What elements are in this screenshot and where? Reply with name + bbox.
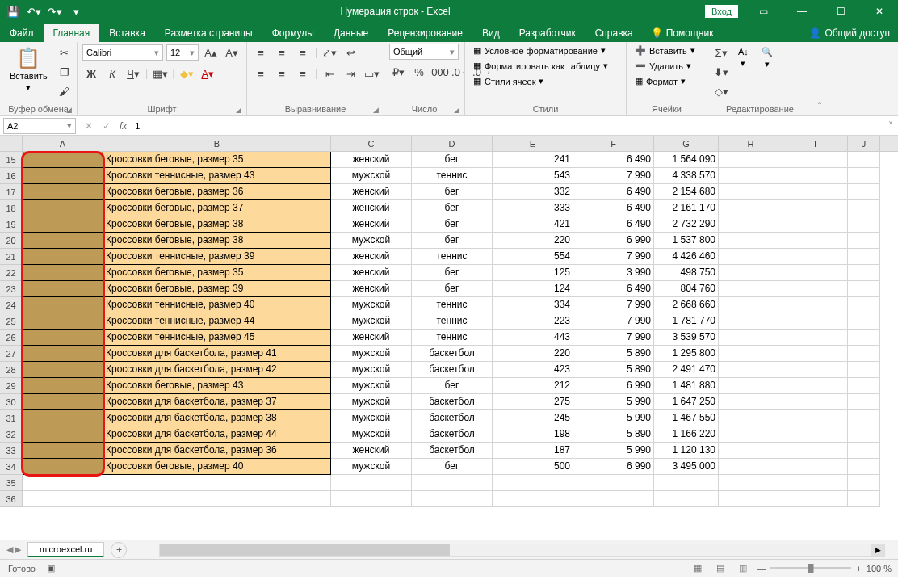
cell[interactable] [719,330,783,346]
cell[interactable]: 125 [493,265,573,281]
cell[interactable] [23,443,103,459]
cell[interactable] [848,346,880,362]
cell[interactable]: 1 537 800 [654,233,719,249]
cell[interactable] [23,313,103,330]
cell[interactable]: 5 990 [573,394,654,410]
cell[interactable]: 5 890 [573,362,654,378]
cell[interactable]: 3 495 000 [654,459,719,475]
cell[interactable] [654,475,719,491]
cell[interactable] [783,362,848,378]
cell[interactable]: 1 781 770 [654,313,719,330]
cell[interactable] [783,313,848,330]
cell[interactable] [719,200,783,216]
maximize-icon[interactable]: ☐ [822,0,859,23]
cell[interactable]: бег [412,281,493,297]
row-header[interactable]: 35 [0,475,23,491]
cell[interactable] [848,152,880,168]
fx-icon[interactable]: fx [120,120,127,132]
cell[interactable]: 220 [493,346,573,362]
cell[interactable]: 1 647 250 [654,394,719,410]
cell[interactable]: 423 [493,362,573,378]
copy-icon[interactable]: ❐ [56,63,73,81]
cell[interactable]: теннис [412,330,493,346]
cell[interactable]: 124 [493,281,573,297]
cell[interactable] [23,216,103,233]
cell[interactable] [848,362,880,378]
cell[interactable]: бег [412,184,493,200]
cell[interactable]: 7 990 [573,313,654,330]
cell[interactable] [783,475,848,491]
cell[interactable]: 332 [493,184,573,200]
cell[interactable]: 7 990 [573,168,654,184]
font-launcher-icon[interactable]: ◢ [236,106,241,114]
cell[interactable]: мужской [331,410,412,426]
clipboard-launcher-icon[interactable]: ◢ [66,106,72,114]
cell[interactable]: бег [412,152,493,168]
cell[interactable] [848,281,880,297]
cell[interactable]: Кроссовки теннисные, размер 43 [103,168,331,184]
cell[interactable] [848,184,880,200]
grow-font-icon[interactable]: A▴ [202,44,220,61]
cell[interactable]: Кроссовки для баскетбола, размер 38 [103,410,331,426]
cell[interactable]: Кроссовки беговые, размер 40 [103,459,331,475]
cell[interactable] [412,475,493,491]
cell[interactable] [783,281,848,297]
cell[interactable] [848,313,880,330]
cell[interactable] [719,265,783,281]
cell[interactable]: баскетбол [412,346,493,362]
cell[interactable]: Кроссовки беговые, размер 35 [103,265,331,281]
row-header[interactable]: 31 [0,410,23,426]
cell[interactable] [719,362,783,378]
cell[interactable] [23,378,103,394]
cell[interactable] [783,459,848,475]
cell[interactable] [719,491,783,507]
cell[interactable] [719,346,783,362]
tab-file[interactable]: Файл [0,24,44,42]
align-middle-icon[interactable]: ≡ [273,44,291,61]
cells-area[interactable]: Кроссовки беговые, размер 35женскийбег24… [23,152,898,507]
cell[interactable] [848,265,880,281]
currency-icon[interactable]: ₽▾ [389,63,407,81]
cell[interactable]: теннис [412,168,493,184]
formula-input[interactable]: 1 [132,121,883,131]
number-format-combo[interactable]: Общий▾ [389,44,459,60]
row-header[interactable]: 18 [0,200,23,216]
cell[interactable]: женский [331,265,412,281]
cell-styles-button[interactable]: ▦ Стили ячеек ▾ [470,74,547,88]
align-right-icon[interactable]: ≡ [294,65,312,82]
cell[interactable] [573,475,654,491]
cell[interactable] [412,491,493,507]
cell[interactable]: бег [412,216,493,233]
expand-formula-icon[interactable]: ˅ [883,120,898,132]
format-cells-button[interactable]: ▦ Формат ▾ [632,74,689,88]
cell[interactable] [783,216,848,233]
cell[interactable]: баскетбол [412,362,493,378]
cell[interactable]: 1 467 550 [654,410,719,426]
cell[interactable] [783,249,848,265]
cell[interactable] [719,297,783,313]
cell[interactable]: Кроссовки для баскетбола, размер 42 [103,362,331,378]
cell[interactable]: 334 [493,297,573,313]
cell[interactable] [103,475,331,491]
cell[interactable] [783,491,848,507]
cell[interactable] [719,378,783,394]
cell[interactable] [573,491,654,507]
normal-view-icon[interactable]: ▦ [689,561,707,576]
paste-button[interactable]: 📋Вставить▾ [5,44,52,96]
cell[interactable]: 2 668 660 [654,297,719,313]
col-header-B[interactable]: B [103,136,331,151]
cell[interactable] [848,443,880,459]
cell[interactable]: бег [412,200,493,216]
cell[interactable] [848,410,880,426]
cell[interactable]: 223 [493,313,573,330]
cell[interactable] [719,249,783,265]
align-top-icon[interactable]: ≡ [252,44,270,61]
cell[interactable] [719,443,783,459]
cell[interactable] [23,346,103,362]
cell[interactable] [719,394,783,410]
cell[interactable] [23,297,103,313]
row-header[interactable]: 36 [0,491,23,507]
page-layout-view-icon[interactable]: ▤ [711,561,729,576]
cell[interactable] [848,491,880,507]
horizontal-scrollbar[interactable]: ◀ ▶ [159,544,885,556]
